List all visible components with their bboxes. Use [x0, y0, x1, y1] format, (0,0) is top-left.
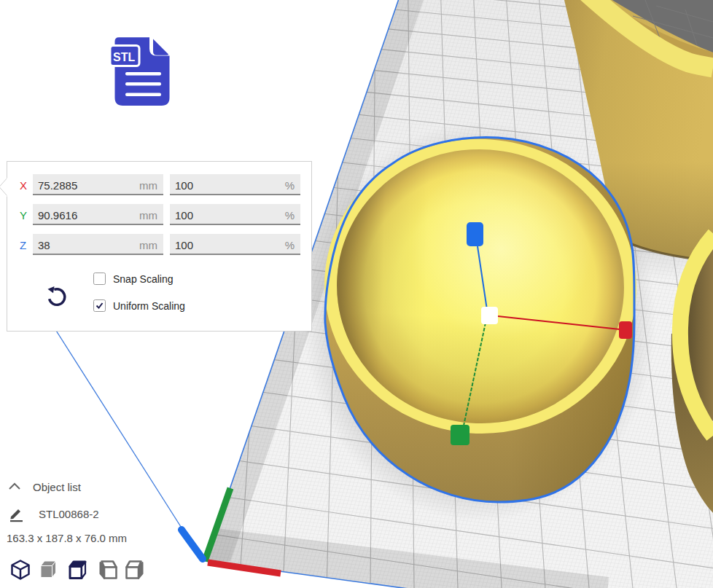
svg-text:STL: STL [113, 51, 135, 63]
